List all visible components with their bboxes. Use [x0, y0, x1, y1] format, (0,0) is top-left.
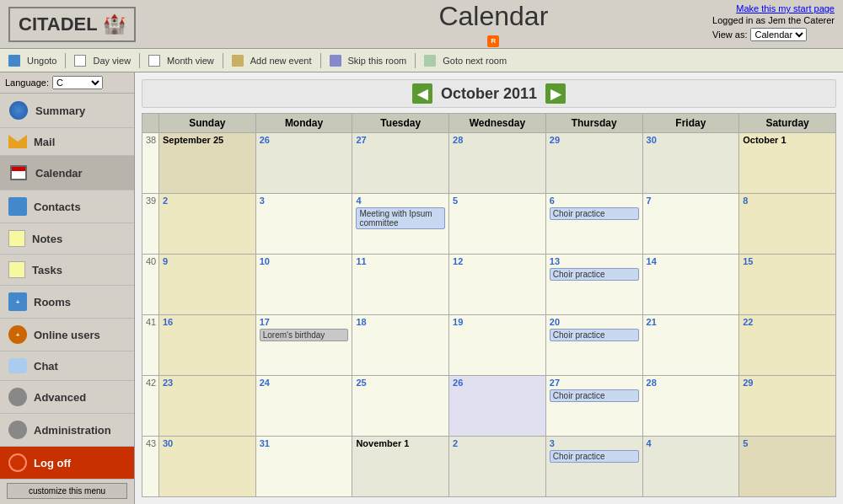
calendar-cell[interactable]: 18 [352, 315, 449, 376]
calendar-cell[interactable]: 28 [449, 133, 546, 194]
month-view-button[interactable]: Month view [167, 56, 214, 66]
calendar-cell[interactable]: 11 [352, 255, 449, 315]
next-month-button[interactable]: ▶ [545, 83, 566, 104]
calendar-cell[interactable]: 3 Choir practice [545, 437, 642, 497]
calendar-event[interactable]: Meeting with Ipsum committee [356, 207, 445, 229]
calendar-event[interactable]: Choir practice [550, 207, 639, 220]
calendar-cell[interactable]: 30 [159, 437, 256, 497]
calendar-cell[interactable]: 25 [352, 376, 449, 437]
calendar-cell[interactable]: 7 [642, 194, 739, 255]
sidebar-item-administration[interactable]: Administration [0, 414, 134, 447]
calendar-cell[interactable]: 23 [159, 376, 256, 437]
sidebar-item-rooms[interactable]: + Rooms [0, 286, 134, 319]
calendar-cell[interactable]: 27 [352, 133, 449, 194]
calendar-cell[interactable]: September 25 [159, 133, 256, 194]
calendar-cell[interactable]: 2 [159, 194, 256, 255]
day-number: 26 [260, 135, 270, 145]
week-col-header [142, 114, 159, 133]
calendar-event[interactable]: Choir practice [550, 389, 639, 402]
calendar-cell[interactable]: 9 [159, 255, 256, 315]
sidebar-item-logoff[interactable]: Log off [0, 447, 134, 480]
prev-month-button[interactable]: ◀ [412, 83, 432, 104]
day-number: 25 [356, 378, 366, 388]
calendar-cell[interactable]: 10 [255, 255, 352, 315]
monthview-icon [148, 55, 160, 67]
calendar-header: ◀ October 2011 ▶ [142, 79, 836, 108]
calendar-cell[interactable]: 19 [449, 315, 546, 376]
rooms-icon: + [8, 292, 27, 311]
sidebar-item-tasks[interactable]: Tasks [0, 255, 134, 286]
day-number: 30 [647, 135, 657, 145]
calendar-cell[interactable]: 5 [739, 437, 836, 497]
week-number: 39 [142, 194, 159, 255]
sidebar-item-summary[interactable]: Summary [0, 94, 134, 128]
calendar-cell[interactable]: 17 Lorem's birthday [255, 315, 352, 376]
calendar-cell[interactable]: 12 [449, 255, 546, 315]
table-row: 39 2 3 4 Meeting with Ipsum committee 5 … [142, 194, 836, 255]
calendar-cell[interactable]: 30 [642, 133, 739, 194]
calendar-event[interactable]: Choir practice [550, 450, 639, 463]
calendar-cell[interactable]: 27 Choir practice [545, 376, 642, 437]
calendar-cell[interactable]: 20 Choir practice [545, 315, 642, 376]
calendar-cell[interactable]: 8 [739, 194, 836, 255]
day-view-button[interactable]: Day view [93, 56, 131, 66]
calendar-cell[interactable]: 2 [449, 437, 546, 497]
calendar-event[interactable]: Choir practice [550, 268, 639, 281]
calendar-cell[interactable]: 22 [739, 315, 836, 376]
sidebar-item-notes[interactable]: Notes [0, 223, 134, 255]
month-year-label: October 2011 [441, 85, 537, 103]
calendar-cell[interactable]: 29 [545, 133, 642, 194]
calendar-cell[interactable]: October 1 [739, 133, 836, 194]
calendar-cell[interactable]: 6 Choir practice [545, 194, 642, 255]
view-as-select[interactable]: Calendar [750, 28, 807, 41]
castle-icon: 🏰 [103, 13, 126, 35]
calendar-cell[interactable]: 31 [255, 437, 352, 497]
view-as-row: View as: Calendar [712, 28, 835, 41]
day-number: 28 [453, 135, 463, 145]
calendar-cell[interactable]: 5 [449, 194, 546, 255]
calendar-cell[interactable]: 4 Meeting with Ipsum committee [352, 194, 449, 255]
sidebar-item-online-users[interactable]: + Online users [0, 319, 134, 351]
day-number: 24 [260, 378, 270, 388]
ungoto-button[interactable]: Ungoto [27, 56, 56, 66]
make-start-link[interactable]: Make this my start page [736, 3, 835, 13]
calendar-cell[interactable]: 29 [739, 376, 836, 437]
calendar-event[interactable]: Choir practice [550, 329, 639, 341]
calendar-cell[interactable]: 28 [642, 376, 739, 437]
goto-next-button[interactable]: Goto next room [443, 56, 507, 66]
contacts-icon [8, 197, 27, 216]
day-number: November 1 [356, 438, 409, 448]
calendar-cell[interactable]: 24 [255, 376, 352, 437]
customize-menu-button[interactable]: customize this menu [7, 483, 127, 499]
calendar-cell[interactable]: 21 [642, 315, 739, 376]
calendar-cell[interactable]: 26 [449, 376, 546, 437]
calendar-cell[interactable]: 16 [159, 315, 256, 376]
calendar-cell[interactable]: November 1 [352, 437, 449, 497]
calendar-cell[interactable]: 15 [739, 255, 836, 315]
col-sunday: Sunday [159, 114, 256, 133]
sidebar-item-calendar[interactable]: Calendar [0, 156, 134, 190]
sidebar-item-advanced[interactable]: Advanced [0, 381, 134, 414]
calendar-event[interactable]: Lorem's birthday [260, 329, 349, 341]
calendar-cell[interactable]: 26 [255, 133, 352, 194]
addevent-icon [232, 55, 244, 67]
language-select[interactable]: C [52, 76, 103, 89]
logged-in-text: Logged in as Jem the Caterer [712, 15, 835, 25]
calendar-cell[interactable]: 13 Choir practice [545, 255, 642, 315]
calendar-table: Sunday Monday Tuesday Wednesday Thursday… [142, 113, 836, 497]
sidebar-item-chat[interactable]: Chat [0, 351, 134, 381]
sidebar-item-contacts[interactable]: Contacts [0, 190, 134, 223]
sidebar-item-mail[interactable]: Mail [0, 128, 134, 156]
calendar-cell[interactable]: 4 [642, 437, 739, 497]
top-right-info: Make this my start page Logged in as Jem… [712, 3, 835, 41]
skip-room-button[interactable]: Skip this room [348, 56, 407, 66]
week-number: 40 [142, 255, 159, 315]
day-number: 11 [356, 256, 366, 266]
day-number: 29 [550, 135, 560, 145]
sidebar-label-chat: Chat [34, 360, 58, 373]
rss-icon[interactable]: R [487, 35, 499, 47]
calendar-cell[interactable]: 14 [642, 255, 739, 315]
add-event-button[interactable]: Add new event [250, 56, 312, 66]
calendar-cell[interactable]: 3 [255, 194, 352, 255]
language-row: Language: C [0, 72, 134, 94]
